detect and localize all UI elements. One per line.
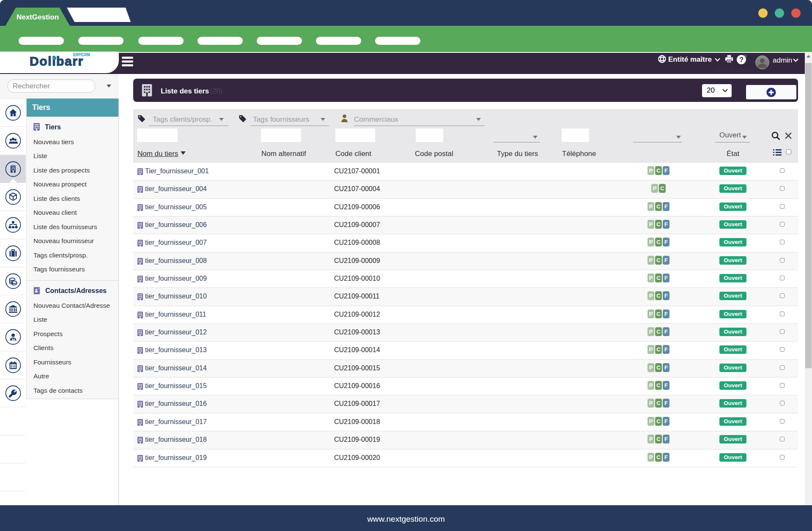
svg-text:?: ? — [739, 56, 743, 63]
